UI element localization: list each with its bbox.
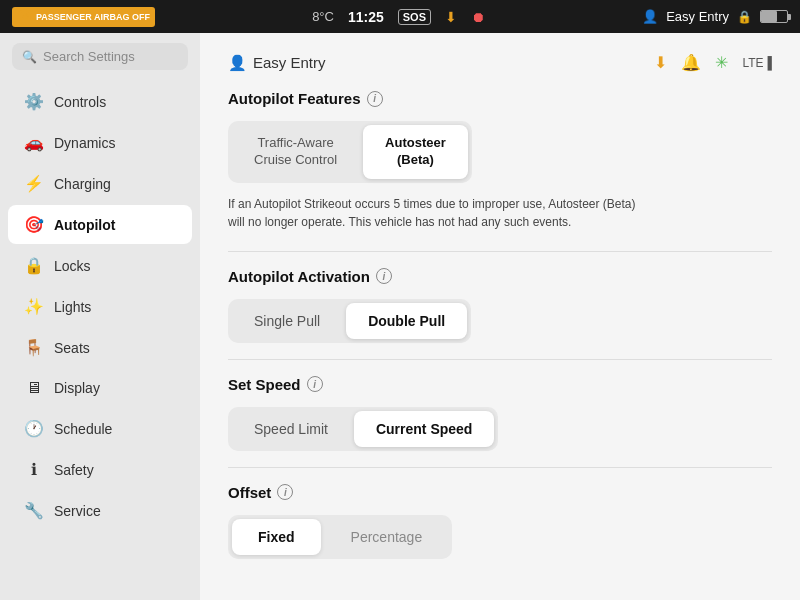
nav-item-locks[interactable]: 🔒 Locks: [8, 246, 192, 285]
nav-label-display: Display: [54, 380, 100, 396]
autopilot-feature-toggle: Traffic-AwareCruise Control Autosteer(Be…: [228, 121, 472, 183]
easy-entry-status: Easy Entry: [666, 9, 729, 24]
nav-label-lights: Lights: [54, 299, 91, 315]
status-center: 8°C 11:25 SOS ⬇ ⏺: [312, 9, 485, 25]
safety-icon: ℹ: [24, 460, 44, 479]
offset-title: Offset i: [228, 484, 772, 501]
nav-item-controls[interactable]: ⚙️ Controls: [8, 82, 192, 121]
nav-label-dynamics: Dynamics: [54, 135, 115, 151]
nav-label-charging: Charging: [54, 176, 111, 192]
search-icon: 🔍: [22, 50, 37, 64]
download-icon: ⬇: [445, 9, 457, 25]
top-icons: ⬇ 🔔 ✳ LTE▐: [654, 53, 772, 72]
set-speed-toggle: Speed Limit Current Speed: [228, 407, 498, 451]
nav-item-safety[interactable]: ℹ Safety: [8, 450, 192, 489]
activation-info[interactable]: i: [376, 268, 392, 284]
clock: 11:25: [348, 9, 384, 25]
autopilot-icon: 🎯: [24, 215, 44, 234]
single-pull-btn[interactable]: Single Pull: [232, 303, 342, 339]
download-content-icon[interactable]: ⬇: [654, 53, 667, 72]
autopilot-features-title: Autopilot Features i: [228, 90, 772, 107]
percentage-btn[interactable]: Percentage: [325, 519, 449, 555]
user-icon: 👤: [642, 9, 658, 24]
autopilot-activation-title: Autopilot Activation i: [228, 268, 772, 285]
sidebar: 🔍 Search Settings ⚙️ Controls 🚗 Dynamics…: [0, 33, 200, 600]
seats-icon: 🪑: [24, 338, 44, 357]
signal-icon: LTE▐: [742, 56, 772, 70]
nav-item-charging[interactable]: ⚡ Charging: [8, 164, 192, 203]
nav-label-locks: Locks: [54, 258, 91, 274]
lights-icon: ✨: [24, 297, 44, 316]
display-icon: 🖥: [24, 379, 44, 397]
traffic-aware-btn[interactable]: Traffic-AwareCruise Control: [232, 125, 359, 179]
fixed-btn[interactable]: Fixed: [232, 519, 321, 555]
content-profile: 👤 Easy Entry: [228, 54, 326, 72]
service-icon: 🔧: [24, 501, 44, 520]
nav-label-schedule: Schedule: [54, 421, 112, 437]
lock-icon: 🔒: [737, 10, 752, 24]
bell-icon[interactable]: 🔔: [681, 53, 701, 72]
nav-item-lights[interactable]: ✨ Lights: [8, 287, 192, 326]
offset-toggle: Fixed Percentage: [228, 515, 452, 559]
autopilot-description: If an Autopilot Strikeout occurs 5 times…: [228, 195, 648, 231]
record-icon: ⏺: [471, 9, 485, 25]
airbag-warning: ⊘ PASSENGER AIRBAG OFF: [12, 7, 155, 27]
divider-2: [228, 359, 772, 360]
autopilot-features-info[interactable]: i: [367, 91, 383, 107]
nav-item-display[interactable]: 🖥 Display: [8, 369, 192, 407]
content-profile-label: Easy Entry: [253, 54, 326, 71]
nav-item-dynamics[interactable]: 🚗 Dynamics: [8, 123, 192, 162]
set-speed-title: Set Speed i: [228, 376, 772, 393]
divider-3: [228, 467, 772, 468]
content-top-bar: 👤 Easy Entry ⬇ 🔔 ✳ LTE▐: [228, 53, 772, 72]
nav-label-controls: Controls: [54, 94, 106, 110]
nav-label-safety: Safety: [54, 462, 94, 478]
nav-item-service[interactable]: 🔧 Service: [8, 491, 192, 530]
battery-indicator: [760, 10, 788, 23]
status-right: 👤 Easy Entry 🔒: [642, 9, 788, 24]
content-area: 👤 Easy Entry ⬇ 🔔 ✳ LTE▐ Autopilot Featur…: [200, 33, 800, 600]
autosteer-btn[interactable]: Autosteer(Beta): [363, 125, 468, 179]
profile-user-icon: 👤: [228, 54, 247, 72]
bluetooth-icon[interactable]: ✳: [715, 53, 728, 72]
double-pull-btn[interactable]: Double Pull: [346, 303, 467, 339]
speed-limit-btn[interactable]: Speed Limit: [232, 411, 350, 447]
nav-label-autopilot: Autopilot: [54, 217, 115, 233]
dynamics-icon: 🚗: [24, 133, 44, 152]
no-icon: ⊘: [17, 9, 33, 25]
charging-icon: ⚡: [24, 174, 44, 193]
temperature: 8°C: [312, 9, 334, 24]
nav-item-autopilot[interactable]: 🎯 Autopilot: [8, 205, 192, 244]
controls-icon: ⚙️: [24, 92, 44, 111]
sos-button[interactable]: SOS: [398, 9, 431, 25]
airbag-label: PASSENGER AIRBAG OFF: [36, 12, 150, 22]
search-bar[interactable]: 🔍 Search Settings: [12, 43, 188, 70]
nav-item-seats[interactable]: 🪑 Seats: [8, 328, 192, 367]
current-speed-btn[interactable]: Current Speed: [354, 411, 494, 447]
nav-label-seats: Seats: [54, 340, 90, 356]
autopilot-activation-toggle: Single Pull Double Pull: [228, 299, 471, 343]
schedule-icon: 🕐: [24, 419, 44, 438]
set-speed-info[interactable]: i: [307, 376, 323, 392]
locks-icon: 🔒: [24, 256, 44, 275]
search-placeholder: Search Settings: [43, 49, 135, 64]
status-left: ⊘ PASSENGER AIRBAG OFF: [12, 7, 155, 27]
main-layout: 🔍 Search Settings ⚙️ Controls 🚗 Dynamics…: [0, 33, 800, 600]
offset-info[interactable]: i: [277, 484, 293, 500]
nav-label-service: Service: [54, 503, 101, 519]
nav-item-schedule[interactable]: 🕐 Schedule: [8, 409, 192, 448]
divider-1: [228, 251, 772, 252]
status-bar: ⊘ PASSENGER AIRBAG OFF 8°C 11:25 SOS ⬇ ⏺…: [0, 0, 800, 33]
